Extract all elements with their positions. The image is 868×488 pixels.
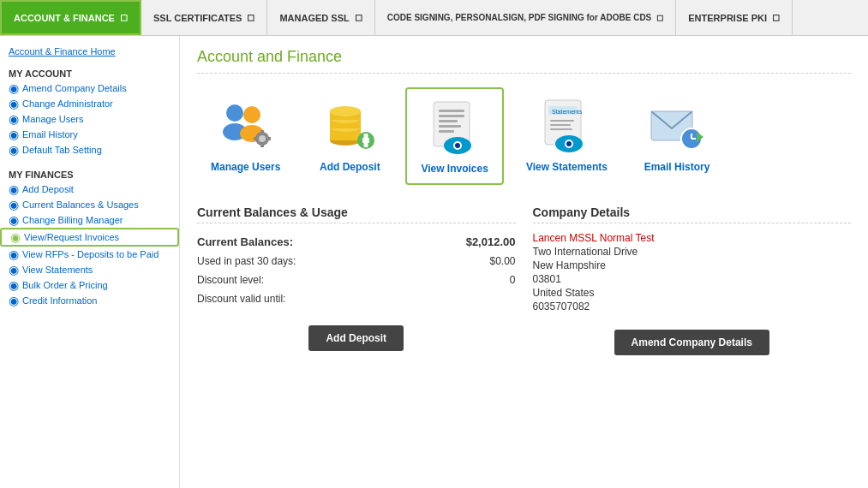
amend-company-button[interactable]: Amend Company Details (614, 330, 769, 355)
card-view-statements[interactable]: Statements View Statements (512, 87, 621, 185)
sidebar-my-account-title: MY ACCOUNT (0, 63, 179, 80)
discount-level-value: 0 (510, 274, 516, 286)
bullet-icon: ◉ (9, 183, 19, 195)
bullet-icon: ◉ (9, 113, 19, 125)
card-email-history[interactable]: Email History (630, 87, 724, 185)
tab-code-signing[interactable]: CODE SIGNING, PERSONALSIGN, PDF SIGNING … (375, 0, 677, 35)
sidebar-link-manage-users[interactable]: Manage Users (22, 114, 84, 124)
svg-rect-7 (260, 143, 264, 147)
company-title: Company Details (533, 205, 852, 223)
sidebar-item-view-rfps[interactable]: ◉ View RFPs - Deposits to be Paid (0, 247, 179, 262)
sidebar-link-bulk-order[interactable]: Bulk Order & Pricing (22, 280, 108, 290)
used-30-row: Used in past 30 days: $0.00 (197, 252, 516, 271)
tab-enterprise-pki-icon: ◻ (772, 12, 780, 23)
bullet-icon: ◉ (9, 279, 19, 291)
balance-section: Current Balances & Usage Current Balance… (197, 205, 516, 355)
sidebar-link-change-billing[interactable]: Change Billing Manager (22, 215, 123, 225)
discount-valid-label: Discount valid until: (197, 293, 285, 305)
sidebar-link-view-statements[interactable]: View Statements (22, 265, 93, 275)
tab-ssl-label: SSL CERTIFICATES (153, 13, 242, 23)
manage-users-icon (216, 96, 276, 156)
sidebar-link-default-tab[interactable]: Default Tab Setting (22, 145, 102, 155)
svg-rect-22 (439, 115, 464, 117)
tab-account-finance[interactable]: ACCOUNT & FINANCE ◻ (0, 0, 141, 35)
add-deposit-button[interactable]: Add Deposit (308, 325, 404, 351)
bullet-icon: ◉ (9, 98, 19, 110)
sidebar-item-amend-company[interactable]: ◉ Amend Company Details (0, 80, 179, 96)
sidebar-link-credit-info[interactable]: Credit Information (22, 295, 97, 306)
card-add-deposit-label: Add Deposit (320, 161, 380, 173)
svg-point-2 (243, 106, 260, 123)
svg-rect-19 (364, 134, 368, 147)
card-add-deposit[interactable]: Add Deposit (302, 87, 397, 185)
bullet-icon: ◉ (9, 82, 19, 94)
add-deposit-btn-container: Add Deposit (197, 325, 516, 351)
card-email-history-label: Email History (644, 161, 710, 173)
company-section: Company Details Lancen MSSL Normal Test … (533, 205, 852, 355)
company-zip: 03801 (533, 273, 852, 285)
main-content: Account and Finance (180, 36, 868, 488)
used-30-value: $0.00 (489, 255, 515, 267)
tab-account-finance-icon: ◻ (120, 12, 128, 23)
sidebar-item-bulk-order[interactable]: ◉ Bulk Order & Pricing (0, 277, 179, 293)
bullet-icon: ◉ (9, 248, 19, 260)
card-view-invoices-label: View Invoices (421, 163, 488, 175)
sidebar-item-view-statements[interactable]: ◉ View Statements (0, 262, 179, 277)
company-name: Lancen MSSL Normal Test (533, 232, 852, 244)
sidebar-item-current-balances[interactable]: ◉ Current Balances & Usages (0, 197, 179, 212)
tab-managed-ssl[interactable]: MANAGED SSL ◻ (267, 0, 374, 35)
sidebar-link-email-history[interactable]: Email History (22, 129, 78, 140)
sidebar-item-change-admin[interactable]: ◉ Change Administrator (0, 96, 179, 111)
tab-managed-ssl-icon: ◻ (355, 12, 362, 23)
sidebar-link-amend-company[interactable]: Amend Company Details (22, 83, 127, 93)
bullet-icon: ◉ (9, 214, 19, 226)
card-view-invoices[interactable]: View Invoices (405, 87, 504, 185)
sidebar-link-add-deposit[interactable]: Add Deposit (22, 184, 74, 194)
sidebar-link-change-admin[interactable]: Change Administrator (22, 98, 113, 109)
bullet-icon: ◉ (10, 231, 21, 243)
sidebar-item-credit-info[interactable]: ◉ Credit Information (0, 293, 179, 308)
tab-ssl-certificates[interactable]: SSL CERTIFICATES ◻ (141, 0, 268, 35)
svg-rect-6 (260, 130, 264, 134)
bullet-icon: ◉ (9, 264, 19, 276)
sidebar-item-manage-users[interactable]: ◉ Manage Users (0, 111, 179, 127)
bottom-section: Current Balances & Usage Current Balance… (197, 205, 851, 355)
svg-point-16 (330, 106, 361, 116)
sidebar-item-add-deposit[interactable]: ◉ Add Deposit (0, 182, 179, 197)
bullet-icon: ◉ (9, 128, 19, 140)
sidebar-link-view-invoices[interactable]: View/Request Invoices (24, 232, 119, 242)
balances-title: Current Balances & Usage (197, 205, 516, 223)
top-nav: ACCOUNT & FINANCE ◻ SSL CERTIFICATES ◻ M… (0, 0, 868, 36)
card-manage-users[interactable]: Manage Users (197, 87, 294, 185)
svg-rect-23 (439, 120, 458, 122)
discount-level-row: Discount level: 0 (197, 271, 516, 289)
current-balances-value: $2,012.00 (466, 235, 516, 248)
sidebar-breadcrumb[interactable]: Account & Finance Home (0, 43, 179, 63)
svg-rect-25 (439, 130, 454, 133)
sidebar-item-default-tab[interactable]: ◉ Default Tab Setting (0, 142, 179, 158)
current-balances-label: Current Balances: (197, 235, 293, 248)
sidebar-item-view-invoices[interactable]: ◉ View/Request Invoices (0, 228, 179, 247)
svg-text:Statements: Statements (552, 109, 583, 115)
amend-company-btn-container: Amend Company Details (533, 330, 852, 355)
svg-rect-9 (266, 137, 271, 140)
svg-rect-33 (550, 124, 571, 126)
bullet-icon: ◉ (9, 199, 19, 211)
svg-rect-32 (550, 120, 574, 122)
layout: Account & Finance Home MY ACCOUNT ◉ Amen… (0, 36, 868, 488)
tab-enterprise-pki[interactable]: ENTERPRISE PKI ◻ (676, 0, 793, 35)
svg-point-37 (566, 141, 572, 146)
view-invoices-icon (425, 98, 485, 158)
sidebar-item-change-billing[interactable]: ◉ Change Billing Manager (0, 212, 179, 228)
svg-rect-8 (254, 137, 258, 140)
add-deposit-icon (320, 96, 380, 156)
svg-point-5 (259, 135, 266, 142)
email-history-icon (647, 96, 707, 156)
used-30-label: Used in past 30 days: (197, 255, 296, 267)
sidebar-link-view-rfps[interactable]: View RFPs - Deposits to be Paid (22, 249, 159, 259)
discount-level-label: Discount level: (197, 274, 264, 286)
current-balances-row: Current Balances: $2,012.00 (197, 232, 516, 252)
card-view-statements-label: View Statements (526, 161, 608, 173)
sidebar-item-email-history[interactable]: ◉ Email History (0, 127, 179, 142)
sidebar-link-current-balances[interactable]: Current Balances & Usages (22, 199, 139, 210)
